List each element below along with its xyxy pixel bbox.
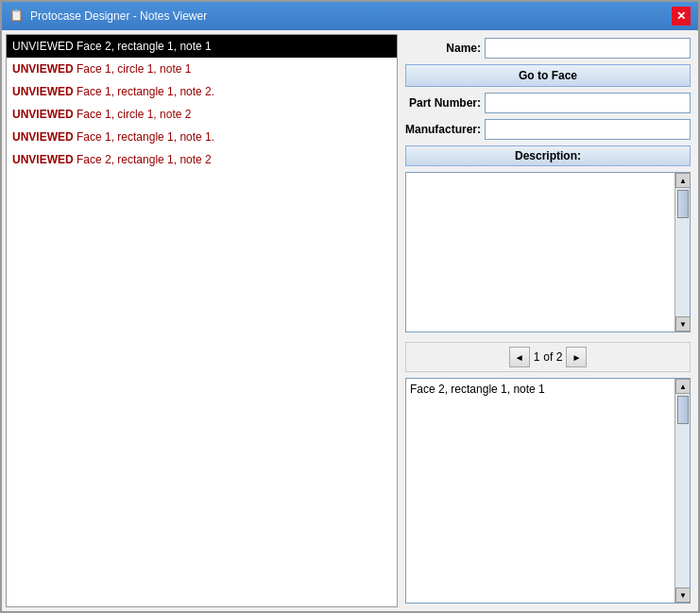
go-to-face-button[interactable]: Go to Face	[405, 64, 691, 87]
list-item-text: Face 1, circle 1, note 1	[74, 62, 192, 76]
main-window: 📋 Protocase Designer - Notes Viewer ✕ UN…	[0, 0, 700, 613]
note-scroll-up-button[interactable]: ▲	[675, 379, 691, 394]
description-header: Description:	[405, 145, 691, 166]
main-content: UNVIEWED Face 2, rectangle 1, note 1 UNV…	[2, 30, 698, 611]
unviewed-prefix: UNVIEWED	[12, 130, 74, 144]
manufacturer-row: Manufacturer:	[405, 119, 691, 140]
name-label: Name:	[405, 42, 481, 55]
manufacturer-label: Manufacturer:	[405, 123, 481, 136]
app-icon: 📋	[9, 9, 25, 24]
list-item[interactable]: UNVIEWED Face 2, rectangle 1, note 1	[7, 35, 397, 58]
list-item[interactable]: UNVIEWED Face 1, circle 1, note 2	[7, 103, 397, 126]
name-input[interactable]	[485, 38, 691, 59]
window-title: Protocase Designer - Notes Viewer	[30, 9, 207, 23]
list-item[interactable]: UNVIEWED Face 2, rectangle 1, note 2	[7, 148, 397, 171]
prev-page-button[interactable]: ◄	[509, 347, 530, 367]
list-item-text: Face 1, rectangle 1, note 2.	[74, 85, 214, 98]
list-item-text: Face 1, rectangle 1, note 1.	[74, 130, 214, 144]
part-number-row: Part Number:	[405, 93, 691, 113]
unviewed-prefix: UNVIEWED	[12, 62, 74, 76]
list-item-text: Face 1, circle 1, note 2	[74, 108, 192, 121]
unviewed-prefix: UNVIEWED	[12, 85, 74, 98]
part-number-input[interactable]	[485, 93, 691, 113]
unviewed-prefix: UNVIEWED	[12, 153, 74, 166]
next-page-button[interactable]: ►	[566, 347, 587, 367]
title-bar: 📋 Protocase Designer - Notes Viewer ✕	[2, 2, 698, 30]
note-scroll-down-button[interactable]: ▼	[675, 587, 691, 603]
scroll-track	[675, 188, 690, 316]
list-item[interactable]: UNVIEWED Face 1, circle 1, note 1	[7, 58, 397, 80]
manufacturer-input[interactable]	[485, 119, 691, 140]
note-display-text: Face 2, rectangle 1, note 1	[406, 379, 674, 603]
name-row: Name:	[405, 38, 691, 59]
description-scrollbar[interactable]: ▲ ▼	[674, 173, 690, 332]
page-current: 1	[534, 350, 540, 364]
right-panel: Name: Go to Face Part Number: Manufactur…	[398, 30, 698, 611]
unviewed-prefix: UNVIEWED	[12, 40, 74, 53]
part-number-label: Part Number:	[405, 96, 481, 110]
page-of-label: of 2	[543, 350, 562, 364]
description-container: ▲ ▼	[405, 172, 691, 332]
pagination-row: ◄ 1 of 2 ►	[405, 342, 691, 372]
note-scroll-track	[675, 394, 690, 587]
list-item[interactable]: UNVIEWED Face 1, rectangle 1, note 1.	[7, 126, 397, 148]
title-bar-left: 📋 Protocase Designer - Notes Viewer	[9, 9, 207, 24]
scroll-up-button[interactable]: ▲	[675, 173, 691, 188]
list-item-text: Face 2, rectangle 1, note 1	[74, 40, 212, 53]
notes-list[interactable]: UNVIEWED Face 2, rectangle 1, note 1 UNV…	[6, 34, 398, 607]
scroll-down-button[interactable]: ▼	[675, 316, 691, 332]
note-scroll-thumb[interactable]	[677, 396, 689, 424]
scroll-thumb[interactable]	[677, 190, 689, 218]
unviewed-prefix: UNVIEWED	[12, 108, 74, 121]
list-item[interactable]: UNVIEWED Face 1, rectangle 1, note 2.	[7, 80, 397, 103]
note-scrollbar[interactable]: ▲ ▼	[674, 379, 690, 603]
list-item-text: Face 2, rectangle 1, note 2	[74, 153, 212, 166]
note-display-container: Face 2, rectangle 1, note 1 ▲ ▼	[405, 378, 691, 604]
description-textarea[interactable]	[406, 173, 674, 332]
close-button[interactable]: ✕	[672, 7, 691, 26]
